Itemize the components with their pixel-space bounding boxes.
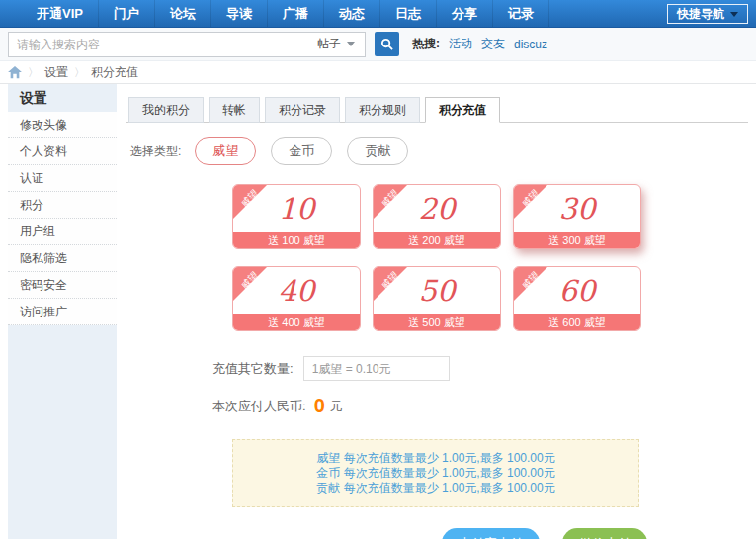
alipay-pay-button[interactable]: 支付宝支付 (442, 528, 540, 539)
type-selector-row: 选择类型: 威望 金币 贡献 (126, 137, 748, 165)
breadcrumb-settings[interactable]: 设置 (44, 64, 68, 81)
nav-item-guide[interactable]: 导读 (211, 0, 268, 27)
tab-points-rules[interactable]: 积分规则 (345, 97, 420, 123)
sidebar-item-profile[interactable]: 个人资料 (8, 138, 117, 165)
type-pill-prestige[interactable]: 威望 (195, 137, 256, 165)
sidebar-item-promotion[interactable]: 访问推广 (8, 299, 117, 325)
settings-sidebar: 设置 修改头像 个人资料 认证 积分 用户组 隐私筛选 密码安全 访问推广 (8, 84, 117, 539)
hot-search-label: 热搜: (412, 36, 440, 52)
sidebar-item-avatar[interactable]: 修改头像 (8, 112, 117, 138)
nav-item-vip[interactable]: 开通VIP (22, 0, 99, 27)
search-type-label: 帖子 (317, 36, 341, 52)
payable-unit: 元 (330, 398, 343, 415)
quick-nav-label: 快捷导航 (677, 5, 724, 23)
breadcrumb: 〉 设置 〉 积分充值 (0, 61, 756, 83)
search-input[interactable] (9, 34, 307, 55)
nav-item-blog[interactable]: 日志 (380, 0, 437, 27)
top-navbar: 开通VIP 门户 论坛 导读 广播 动态 日志 分享 记录 快捷导航 (0, 0, 756, 28)
tab-my-points[interactable]: 我的积分 (128, 97, 204, 123)
sidebar-title: 设置 (8, 84, 117, 112)
recharge-card-20[interactable]: 威望 20 送 200 威望 (373, 184, 501, 249)
notice-line-prestige: 威望 每次充值数量最少 1.00元,最多 100.00元 (233, 451, 638, 466)
other-amount-input[interactable] (303, 356, 450, 381)
points-tabs: 我的积分 转帐 积分记录 积分规则 积分充值 (126, 97, 748, 123)
recharge-limits-notice: 威望 每次充值数量最少 1.00元,最多 100.00元 金币 每次充值数量最少… (232, 439, 639, 507)
chevron-down-icon (347, 42, 355, 46)
type-pill-gold[interactable]: 金币 (271, 137, 332, 165)
nav-item-broadcast[interactable]: 广播 (268, 0, 324, 27)
hot-link-discuz[interactable]: discuz (514, 38, 547, 51)
sidebar-item-privacy[interactable]: 隐私筛选 (8, 245, 117, 272)
sidebar-item-verify[interactable]: 认证 (8, 165, 117, 192)
payable-amount: 0 (314, 395, 325, 417)
breadcrumb-separator: 〉 (74, 65, 85, 80)
search-icon (380, 38, 393, 50)
notice-line-gold: 金币 每次充值数量最少 1.00元,最多 100.00元 (233, 466, 638, 481)
card-bonus: 送 500 威望 (374, 314, 500, 330)
nav-item-forum[interactable]: 论坛 (155, 0, 211, 27)
search-bar: 帖子 热搜: 活动 交友 discuz (0, 28, 756, 61)
recharge-card-grid: 威望 10 送 100 威望 威望 20 送 200 威望 威望 30 送 30… (232, 184, 647, 331)
payment-buttons: 支付宝支付 微信支付 (126, 528, 748, 539)
payable-row: 本次应付人民币: 0 元 (212, 395, 748, 417)
hot-link-activity[interactable]: 活动 (449, 36, 472, 52)
nav-item-portal[interactable]: 门户 (99, 0, 155, 27)
tab-points-log[interactable]: 积分记录 (265, 97, 340, 123)
sidebar-filler (8, 325, 117, 539)
sidebar-item-password[interactable]: 密码安全 (8, 272, 117, 299)
type-pill-contribution[interactable]: 贡献 (347, 137, 408, 165)
home-icon[interactable] (8, 66, 22, 79)
card-bonus: 送 200 威望 (374, 232, 500, 248)
card-bonus: 送 400 威望 (233, 314, 360, 330)
recharge-card-30[interactable]: 威望 30 送 300 威望 (513, 184, 641, 249)
recharge-card-50[interactable]: 威望 50 送 500 威望 (373, 266, 501, 331)
sidebar-item-usergroup[interactable]: 用户组 (8, 219, 117, 245)
type-selector-label: 选择类型: (130, 143, 181, 160)
page-body: 设置 修改头像 个人资料 认证 积分 用户组 隐私筛选 密码安全 访问推广 我的… (0, 83, 756, 539)
chevron-down-icon (730, 12, 738, 17)
nav-item-records[interactable]: 记录 (493, 0, 549, 27)
other-amount-row: 充值其它数量: (212, 356, 748, 381)
nav-item-activity[interactable]: 动态 (324, 0, 380, 27)
breadcrumb-recharge: 积分充值 (91, 64, 138, 81)
hot-link-friends[interactable]: 交友 (481, 36, 505, 52)
search-button[interactable] (375, 32, 399, 56)
recharge-card-40[interactable]: 威望 40 送 400 威望 (232, 266, 361, 331)
search-box: 帖子 (8, 32, 366, 57)
tab-points-recharge[interactable]: 积分充值 (425, 97, 500, 123)
card-bonus: 送 300 威望 (514, 232, 640, 248)
recharge-card-10[interactable]: 威望 10 送 100 威望 (232, 184, 361, 249)
recharge-card-60[interactable]: 威望 60 送 600 威望 (513, 266, 641, 331)
other-amount-label: 充值其它数量: (212, 360, 294, 378)
wechat-pay-button[interactable]: 微信支付 (562, 528, 647, 539)
payable-label: 本次应付人民币: (212, 398, 306, 415)
tab-transfer[interactable]: 转帐 (209, 97, 260, 123)
breadcrumb-separator: 〉 (28, 65, 39, 80)
main-content: 我的积分 转帐 积分记录 积分规则 积分充值 选择类型: 威望 金币 贡献 威望… (126, 84, 748, 539)
notice-line-contribution: 贡献 每次充值数量最少 1.00元,最多 100.00元 (233, 481, 638, 495)
card-bonus: 送 600 威望 (514, 314, 640, 330)
search-type-select[interactable]: 帖子 (307, 36, 365, 52)
card-bonus: 送 100 威望 (233, 232, 360, 248)
sidebar-item-points[interactable]: 积分 (8, 192, 117, 219)
nav-item-share[interactable]: 分享 (437, 0, 493, 27)
quick-nav-button[interactable]: 快捷导航 (667, 4, 748, 24)
